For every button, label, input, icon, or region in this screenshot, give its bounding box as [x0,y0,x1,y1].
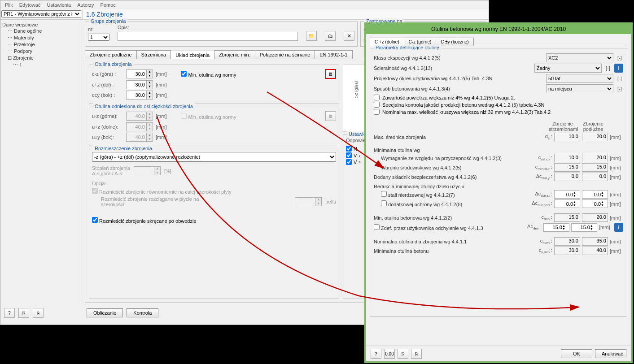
grupa-legend: Grupa zbrojenia [89,18,127,24]
dlg-params-legend: Parametry definiujące otulinę [374,45,441,50]
red-label: Redukcja minimalnej otuliny dzięki użyci… [374,184,623,189]
max-srednica: Max. średnica zbrojenia [374,134,524,140]
hdr-podl: Zbrojenie podłużne [579,121,607,132]
rozm-legend: Rozmieszczenie zbrojenia [93,146,154,151]
otulina-legend: Otulina zbrojenia [93,61,134,67]
norm-details-icon[interactable]: 🗎 [325,69,336,79]
dcdev1[interactable]: ▲▼ [543,223,569,232]
dlg-tool-1[interactable]: 0.00 [384,349,395,359]
cy-bok-spin[interactable]: ▲▼ [126,91,153,100]
dcdev2[interactable]: ▲▼ [571,223,597,232]
klasa-label: Klasa ekspozycji wg 4.4.1.2(5) [374,55,543,61]
folder-new-icon[interactable]: 📁 [306,31,317,41]
tree-przekroje[interactable]: ⋯ Przekroje [2,41,80,48]
beton-label: Sposób betonowania wg 4.4.1.3(4) [374,86,543,91]
nr-select[interactable]: 1 [88,34,109,41]
chk-spec-kontrola[interactable]: Specjalna kontrola jakości produkcji bet… [374,102,623,108]
obliczanie-button[interactable]: Obliczanie [87,308,123,317]
help-icon[interactable]: ? [4,308,15,318]
tab-podluzne[interactable]: Zbrojenie podłużne [85,50,137,59]
folder-icon[interactable]: 🗂 [325,31,336,41]
kontrola-button[interactable]: Kontrola [127,308,158,317]
chk-rownomiernie: Rozmieścić zbrojenie równomiernie na cał… [92,188,336,195]
dcduradd2[interactable]: ▲▼ [582,199,608,208]
delete-icon[interactable]: ✕ [344,31,354,41]
otulina-os-legend: Otulina odniesiona do osi ciężkości zbro… [93,104,195,109]
tab-en1992[interactable]: EN 1992-1-1 [315,50,352,59]
menu-edytowac[interactable]: Edytować [19,2,41,8]
otulina-dialog: Otulina betonowa wg normy EN 1992-1-1:20… [364,22,633,363]
cz-dol-label: c+z (dół) : [92,82,123,87]
okres-label: Projektowy okres użytkowania wg 4.4.1.2(… [374,76,543,81]
min-otulina-check[interactable]: Min. otulina wg normy [181,71,236,78]
menu-autorzy[interactable]: Autorzy [77,2,94,8]
tree-item-1[interactable]: ⋯ 1 [2,61,80,68]
chk-powietrze[interactable]: Zawartość powietrza większa niż 4% wg 4.… [374,95,623,100]
tab-polaczenie[interactable]: Połączenie na ścinanie [255,50,315,59]
tab-zbrojenie-min[interactable]: Zbrojenie min. [214,50,255,59]
dlg-help-icon[interactable]: ? [371,349,381,359]
dlg-tab-cy-boczne[interactable]: C ±y (boczne) [436,38,473,46]
menu-pomoc[interactable]: Pomoc [101,2,116,8]
cz-gora-label: c-z (góra) : [92,71,123,77]
mm-unit: [mm] [156,71,166,77]
chk-stali[interactable]: stali nierdzewnej wg 4.4.1.2(7) [381,191,524,198]
project-select-wrap: PR1 - Wymiarowanie prętów z ł [0,9,82,19]
nav-tree[interactable]: Dane wejściowe ⋯ Dane ogólne ⋯ Materiały… [0,20,82,305]
chk-zdef[interactable]: Zdef. przez użytkownika odchylenie wg 4.… [374,224,513,231]
otulina-os-fieldset: Otulina odniesiona do osi ciężkości zbro… [89,107,339,146]
tree-zbrojenie[interactable]: ⊟ Zbrojenie [2,55,80,61]
cz-gora-spin[interactable]: ▲▼ [126,69,153,78]
uz-gorne-spin: ▲▼ [126,112,153,121]
tree-ogolne[interactable]: ⋯ Dane ogólne [2,28,80,35]
cz-dol-spin[interactable]: ▲▼ [126,80,153,89]
tree-materialy[interactable]: ⋯ Materiały [2,35,80,41]
tool-icon-1[interactable]: ⎘ [18,308,29,318]
beton-select[interactable]: na miejscu [546,84,613,93]
chk-ochrony[interactable]: dodatkowej ochrony wg 4.4.1.2(8) [381,200,524,207]
tool-icon-2[interactable]: ⎘ [33,308,44,318]
project-select[interactable]: PR1 - Wymiarowanie prętów z ł [1,10,81,17]
tree-dane[interactable]: Dane wejściowe [2,22,80,28]
hdr-strz: Zbrojenie strzemionami [549,121,577,132]
dlg-footer: ? 0.00 ⎘ ⎘ OK Anulować [366,346,631,361]
info-icon-2[interactable]: i [614,223,623,232]
tree-podpory[interactable]: ⋯ Podpory [2,48,80,55]
info-icon[interactable]: i [614,64,623,73]
opis-input[interactable] [118,32,298,41]
menubar: Plik Edytować Ustawienia Autorzy Pomoc [0,0,489,9]
klasa-select[interactable]: XC2 [546,53,613,62]
otulina-fieldset: Otulina zbrojenia c-z (góra) : ▲▼ [mm] M… [89,65,339,104]
norm-details-icon-2: 🗎 [325,111,336,121]
dcduradd1[interactable]: ▲▼ [554,199,580,208]
tab-uklad[interactable]: Układ zbrojenia [171,51,214,59]
dcdurst2[interactable]: ▲▼ [582,190,608,199]
opis-label: Opis: [118,25,298,30]
min-wg-label: Minimalna otulina wg [374,147,623,153]
rozm-mode[interactable]: -z (góra) - +z (dół) (zoptymalizowane ro… [92,152,336,162]
chk-nominalna[interactable]: Nominalna max. wielkość kruszywa większa… [374,109,623,115]
scier-select[interactable]: Żadny [534,64,602,73]
rozm-fieldset: Rozmieszczenie zbrojenia -z (góra) - +z … [89,149,339,299]
stopien-spin: ▲▼ [134,166,161,175]
page-title: 1.6 Zbrojenie [82,9,489,19]
cancel-button[interactable]: Anulować [595,349,626,358]
min-otulina-os-check: Min. otulina wg normy [181,113,236,120]
cy-bok-label: c±y (bok) : [92,92,123,98]
grupa-fieldset: Grupa zbrojenia nr: 1 Opis: 📁 🗂 ✕ [85,22,358,47]
dialog-title: Otulina betonowa wg normy EN 1992-1-1:20… [366,24,631,34]
nr-label: nr: [88,26,109,32]
dlg-tool-2[interactable]: ⎘ [398,349,408,359]
tab-strzemiona[interactable]: Strzemiona [136,50,171,59]
menu-plik[interactable]: Plik [5,2,13,8]
menu-ustawienia[interactable]: Ustawienia [47,2,71,8]
ok-button[interactable]: OK [561,349,592,358]
chk-skrecane[interactable]: Rozmieścić zbrojenie skręcane po obwodzi… [92,217,336,224]
okres-select[interactable]: 50 lat [546,74,613,83]
dcdurst1[interactable]: ▲▼ [554,190,580,199]
dlg-params: Parametry definiujące otulinę Klasa eksp… [370,48,627,317]
scier-label: Ścieralność wg 4.4.1.2(13) [374,65,532,71]
dlg-tool-3[interactable]: ⎘ [411,349,422,359]
